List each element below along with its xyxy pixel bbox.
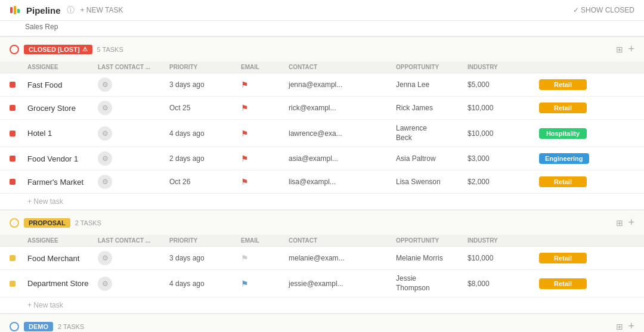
col-contact: CONTACT [289, 237, 396, 244]
row-last-contact: 3 days ago [169, 80, 241, 89]
row-email: lawrence@exa... [289, 129, 396, 138]
demo-section-actions: ⊞ + [616, 320, 634, 332]
section-header-demo: DEMO 2 TASKS ⊞ + [0, 314, 644, 332]
row-indicator [10, 179, 16, 185]
demo-badge: DEMO [24, 322, 53, 331]
col-actions [539, 64, 605, 70]
svg-rect-1 [14, 6, 16, 14]
avatar: ⚙ [98, 77, 112, 92]
section-demo: DEMO 2 TASKS ⊞ + ASSIGNEE LAST CONTACT .… [0, 314, 644, 332]
demo-grid-icon[interactable]: ⊞ [616, 322, 623, 331]
sub-header: Sales Rep [0, 21, 644, 36]
row-email: jenna@exampl... [289, 80, 396, 89]
row-priority: ⚑ [241, 129, 289, 138]
table-row: Fast Food ⚙ 3 days ago ⚑ jenna@exampl...… [0, 73, 644, 97]
row-name[interactable]: Grocery Store [27, 104, 98, 113]
sales-rep-label: Sales Rep [25, 23, 58, 31]
col-email: EMAIL [241, 237, 289, 244]
priority-flag-icon: ⚑ [241, 103, 249, 113]
row-industry: Retail [539, 253, 605, 263]
row-opportunity: $10,000 [467, 129, 539, 138]
col-industry: INDUSTRY [467, 237, 539, 244]
industry-badge: Engineering [539, 153, 589, 164]
row-name[interactable]: Hotel 1 [27, 129, 98, 138]
info-icon[interactable]: ⓘ [67, 5, 75, 15]
closed-section-actions: ⊞ + [616, 43, 634, 55]
row-opportunity: $3,000 [467, 154, 539, 163]
table-row: Grocery Store ⚙ Oct 25 ⚑ rick@exampl... … [0, 97, 644, 120]
row-priority: ⚑ [241, 103, 289, 113]
row-last-contact: 3 days ago [169, 254, 241, 262]
closed-plus-icon[interactable]: + [628, 43, 634, 55]
proposal-table-header: ASSIGNEE LAST CONTACT ... PRIORITY EMAIL… [0, 235, 644, 247]
closed-grid-icon[interactable]: ⊞ [616, 45, 623, 54]
new-task-row-proposal[interactable]: + New task [0, 297, 644, 314]
col-industry: INDUSTRY [467, 64, 539, 70]
row-assignee[interactable]: ⚙ [98, 126, 169, 141]
row-contact: JessieThompson [396, 274, 467, 293]
row-opportunity: $5,000 [467, 80, 539, 89]
row-industry: Retail [539, 79, 605, 90]
row-opportunity: $2,000 [467, 178, 539, 186]
proposal-task-count: 2 TASKS [75, 219, 101, 226]
row-assignee[interactable]: ⚙ [98, 77, 169, 92]
row-email: jessie@exampl... [289, 280, 396, 288]
row-last-contact: 2 days ago [169, 154, 241, 163]
proposal-badge: PROPOSAL [24, 218, 70, 228]
row-opportunity: $10,000 [467, 254, 539, 262]
avatar: ⚙ [98, 126, 112, 141]
avatar: ⚙ [98, 175, 112, 189]
row-name[interactable]: Food Merchant [27, 254, 98, 263]
svg-rect-2 [17, 9, 20, 13]
avatar: ⚙ [98, 101, 112, 115]
row-assignee[interactable]: ⚙ [98, 151, 169, 166]
section-closed-lost: CLOSED [LOST] ⚠ 5 TASKS ⊞ + ASSIGNEE LAS… [0, 36, 644, 210]
app-container: Pipeline ⓘ + NEW TASK ✓ SHOW CLOSED Sale… [0, 0, 644, 332]
row-name[interactable]: Food Vendor 1 [27, 154, 98, 163]
priority-flag-icon: ⚑ [241, 279, 249, 288]
row-assignee[interactable]: ⚙ [98, 101, 169, 115]
col-priority: PRIORITY [169, 64, 241, 70]
header-title: Pipeline [26, 5, 61, 15]
row-industry: Retail [539, 278, 605, 289]
row-assignee[interactable]: ⚙ [98, 277, 169, 291]
col-assignee: ASSIGNEE [27, 64, 98, 70]
closed-circle-icon [10, 45, 19, 54]
industry-badge: Retail [539, 253, 587, 263]
row-industry: Retail [539, 176, 605, 187]
section-header-proposal: PROPOSAL 2 TASKS ⊞ + [0, 210, 644, 235]
row-name[interactable]: Fast Food [27, 80, 98, 89]
row-industry: Engineering [539, 153, 605, 164]
closed-task-count: 5 TASKS [97, 46, 123, 53]
header-left: Pipeline ⓘ + NEW TASK [10, 5, 123, 15]
show-closed-btn[interactable]: ✓ SHOW CLOSED [573, 6, 634, 14]
col-contact: CONTACT [289, 64, 396, 70]
row-assignee[interactable]: ⚙ [98, 175, 169, 189]
row-name[interactable]: Department Store [27, 279, 98, 288]
industry-badge: Hospitality [539, 128, 587, 139]
priority-flag-icon: ⚑ [241, 80, 249, 89]
row-assignee[interactable]: ⚙ [98, 251, 169, 265]
new-task-button[interactable]: + NEW TASK [80, 6, 123, 14]
industry-badge: Retail [539, 103, 587, 113]
row-indicator [10, 82, 16, 88]
row-email: melanie@exam... [289, 254, 396, 262]
avatar: ⚙ [98, 277, 112, 291]
row-contact: Melanie Morris [396, 254, 467, 262]
row-name[interactable]: Farmer's Market [27, 178, 98, 187]
svg-rect-0 [10, 7, 13, 13]
pipeline-icon [10, 5, 20, 15]
row-industry: Hospitality [539, 128, 605, 139]
proposal-grid-icon[interactable]: ⊞ [616, 218, 623, 228]
demo-plus-icon[interactable]: + [628, 320, 634, 332]
closed-badge: CLOSED [LOST] ⚠ [24, 45, 92, 54]
row-indicator [10, 255, 16, 261]
row-last-contact: 4 days ago [169, 129, 241, 138]
avatar: ⚙ [98, 251, 112, 265]
priority-flag-icon: ⚑ [241, 129, 249, 138]
new-task-row-closed[interactable]: + New task [0, 194, 644, 210]
table-row: Hotel 1 ⚙ 4 days ago ⚑ lawrence@exa... L… [0, 120, 644, 147]
priority-flag-icon: ⚑ [241, 177, 249, 187]
proposal-plus-icon[interactable]: + [628, 216, 634, 229]
section-header-closed: CLOSED [LOST] ⚠ 5 TASKS ⊞ + [0, 36, 644, 61]
